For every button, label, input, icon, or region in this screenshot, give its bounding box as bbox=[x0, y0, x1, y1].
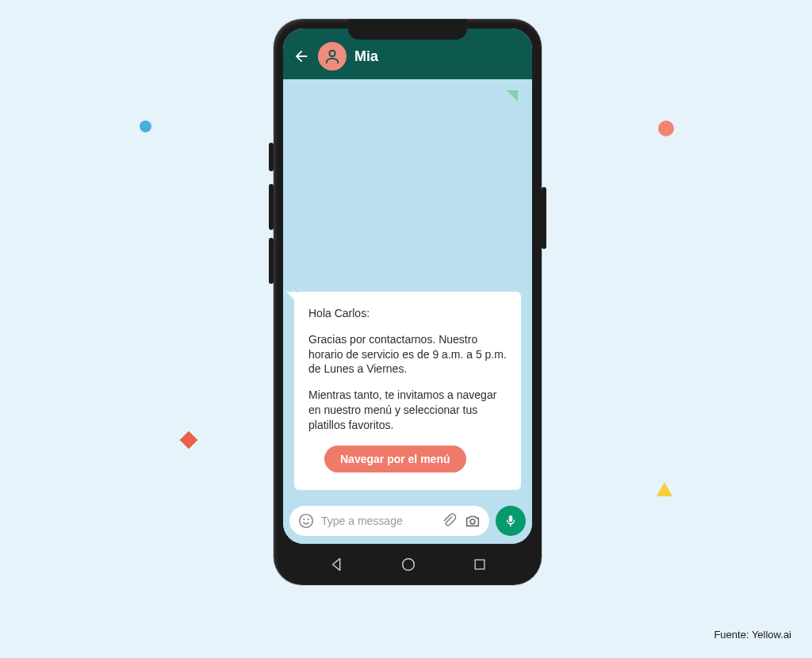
browse-menu-button[interactable]: Navegar por el menú bbox=[324, 446, 466, 472]
arrow-left-icon bbox=[293, 48, 310, 65]
svg-point-5 bbox=[308, 518, 309, 520]
message-input[interactable]: Type a message bbox=[289, 506, 489, 536]
nav-back-button[interactable] bbox=[328, 556, 346, 573]
svg-point-3 bbox=[300, 515, 313, 528]
phone-side-button bbox=[269, 143, 274, 171]
phone-screen: Mia Hola Carlos: Gracias por contactarno… bbox=[283, 29, 532, 544]
phone-side-button bbox=[269, 184, 274, 230]
decorative-dot-coral bbox=[658, 121, 674, 136]
decorative-dot-blue bbox=[140, 121, 151, 132]
message-body: Gracias por contactarnos. Nuestro horari… bbox=[308, 332, 507, 377]
phone-mockup: Mia Hola Carlos: Gracias por contactarno… bbox=[274, 19, 542, 585]
svg-point-7 bbox=[403, 559, 415, 571]
phone-side-button bbox=[269, 238, 274, 284]
decorative-diamond-red bbox=[180, 431, 198, 450]
android-nav-bar bbox=[274, 544, 542, 585]
message-body: Mientras tanto, te invitamos a navegar e… bbox=[308, 388, 507, 433]
nav-home-button[interactable] bbox=[400, 556, 417, 573]
input-bar: Type a message bbox=[283, 501, 532, 544]
chat-body: Hola Carlos: Gracias por contactarnos. N… bbox=[283, 79, 532, 501]
svg-rect-8 bbox=[475, 560, 485, 569]
person-icon bbox=[324, 48, 341, 65]
svg-point-1 bbox=[329, 51, 335, 56]
decorative-wallpaper-icon bbox=[507, 90, 518, 101]
square-recents-icon bbox=[472, 557, 488, 572]
svg-point-4 bbox=[303, 518, 304, 520]
input-placeholder: Type a message bbox=[321, 515, 434, 527]
contact-name[interactable]: Mia bbox=[354, 48, 378, 65]
mic-icon bbox=[504, 514, 518, 528]
svg-marker-2 bbox=[507, 90, 518, 101]
phone-side-button bbox=[542, 187, 546, 249]
emoji-icon[interactable] bbox=[297, 512, 315, 530]
message-greeting: Hola Carlos: bbox=[308, 306, 507, 321]
mic-button[interactable] bbox=[496, 506, 526, 536]
decorative-triangle-yellow bbox=[657, 482, 672, 496]
triangle-back-icon bbox=[328, 556, 346, 573]
attachment-icon[interactable] bbox=[440, 512, 458, 530]
phone-notch bbox=[348, 19, 467, 40]
camera-icon[interactable] bbox=[464, 512, 481, 530]
circle-home-icon bbox=[400, 556, 417, 573]
attribution-text: Fuente: Yellow.ai bbox=[714, 629, 791, 641]
svg-point-6 bbox=[470, 519, 475, 524]
nav-recents-button[interactable] bbox=[472, 557, 488, 572]
avatar[interactable] bbox=[318, 42, 347, 71]
svg-marker-0 bbox=[657, 482, 672, 496]
incoming-message: Hola Carlos: Gracias por contactarnos. N… bbox=[294, 292, 521, 490]
back-button[interactable] bbox=[293, 48, 310, 65]
